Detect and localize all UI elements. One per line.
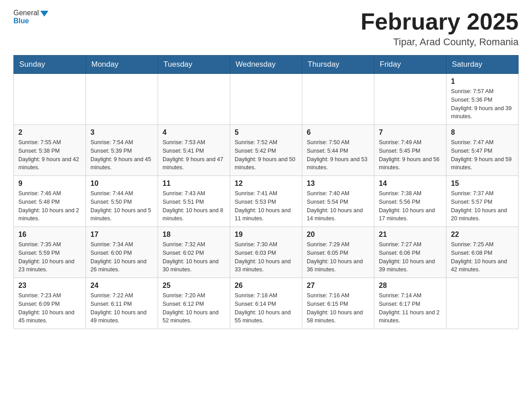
day-info: Sunrise: 7:35 AM Sunset: 5:59 PM Dayligh… (18, 240, 81, 274)
calendar-cell (302, 74, 374, 125)
calendar-cell: 25Sunrise: 7:20 AM Sunset: 6:12 PM Dayli… (158, 278, 230, 329)
calendar-cell: 24Sunrise: 7:22 AM Sunset: 6:11 PM Dayli… (86, 278, 158, 329)
day-info: Sunrise: 7:43 AM Sunset: 5:51 PM Dayligh… (163, 189, 225, 223)
day-number: 8 (451, 128, 514, 137)
calendar-week-row: 2Sunrise: 7:55 AM Sunset: 5:38 PM Daylig… (14, 125, 519, 176)
weekday-header-tuesday: Tuesday (158, 56, 230, 74)
day-number: 23 (18, 282, 81, 290)
calendar-cell: 21Sunrise: 7:27 AM Sunset: 6:06 PM Dayli… (374, 227, 446, 278)
calendar-cell: 18Sunrise: 7:32 AM Sunset: 6:02 PM Dayli… (158, 227, 230, 278)
calendar-cell (230, 74, 302, 125)
day-number: 21 (379, 231, 442, 239)
day-info: Sunrise: 7:20 AM Sunset: 6:12 PM Dayligh… (163, 291, 225, 325)
day-number: 15 (451, 180, 514, 188)
day-info: Sunrise: 7:53 AM Sunset: 5:41 PM Dayligh… (163, 138, 225, 172)
calendar-cell: 9Sunrise: 7:46 AM Sunset: 5:48 PM Daylig… (14, 176, 86, 227)
logo-general-text: General (13, 9, 39, 17)
calendar-cell (14, 74, 86, 125)
day-number: 28 (379, 282, 442, 290)
logo-blue-text: Blue (13, 17, 29, 25)
calendar-cell (86, 74, 158, 125)
calendar-cell: 28Sunrise: 7:14 AM Sunset: 6:17 PM Dayli… (374, 278, 446, 329)
calendar-cell (158, 74, 230, 125)
header-row: SundayMondayTuesdayWednesdayThursdayFrid… (14, 56, 519, 74)
calendar-cell: 14Sunrise: 7:38 AM Sunset: 5:56 PM Dayli… (374, 176, 446, 227)
calendar-cell: 2Sunrise: 7:55 AM Sunset: 5:38 PM Daylig… (14, 125, 86, 176)
calendar-cell: 13Sunrise: 7:40 AM Sunset: 5:54 PM Dayli… (302, 176, 374, 227)
day-info: Sunrise: 7:55 AM Sunset: 5:38 PM Dayligh… (18, 138, 81, 172)
calendar-cell: 17Sunrise: 7:34 AM Sunset: 6:00 PM Dayli… (86, 227, 158, 278)
weekday-header-friday: Friday (374, 56, 446, 74)
calendar-cell: 8Sunrise: 7:47 AM Sunset: 5:47 PM Daylig… (446, 125, 519, 176)
day-number: 24 (90, 282, 153, 290)
calendar-cell: 7Sunrise: 7:49 AM Sunset: 5:45 PM Daylig… (374, 125, 446, 176)
day-info: Sunrise: 7:38 AM Sunset: 5:56 PM Dayligh… (379, 189, 442, 223)
calendar-cell (374, 74, 446, 125)
calendar-cell: 1Sunrise: 7:57 AM Sunset: 5:36 PM Daylig… (446, 74, 519, 125)
calendar-cell: 10Sunrise: 7:44 AM Sunset: 5:50 PM Dayli… (86, 176, 158, 227)
day-info: Sunrise: 7:40 AM Sunset: 5:54 PM Dayligh… (307, 189, 369, 223)
day-info: Sunrise: 7:29 AM Sunset: 6:05 PM Dayligh… (307, 240, 369, 274)
day-number: 17 (90, 231, 153, 239)
day-number: 3 (90, 128, 153, 137)
weekday-header-monday: Monday (86, 56, 158, 74)
location-text: Tipar, Arad County, Romania (360, 36, 519, 48)
day-number: 19 (235, 231, 297, 239)
day-info: Sunrise: 7:14 AM Sunset: 6:17 PM Dayligh… (379, 291, 442, 325)
day-number: 1 (451, 77, 514, 86)
day-number: 7 (379, 128, 442, 137)
day-number: 26 (235, 282, 297, 290)
day-number: 10 (90, 180, 153, 188)
day-number: 18 (163, 231, 225, 239)
day-info: Sunrise: 7:37 AM Sunset: 5:57 PM Dayligh… (451, 189, 514, 223)
day-number: 14 (379, 180, 442, 188)
day-info: Sunrise: 7:23 AM Sunset: 6:09 PM Dayligh… (18, 291, 81, 325)
day-info: Sunrise: 7:18 AM Sunset: 6:14 PM Dayligh… (235, 291, 297, 325)
day-number: 13 (307, 180, 369, 188)
day-info: Sunrise: 7:34 AM Sunset: 6:00 PM Dayligh… (90, 240, 153, 274)
day-number: 9 (18, 180, 81, 188)
day-info: Sunrise: 7:50 AM Sunset: 5:44 PM Dayligh… (307, 138, 369, 172)
calendar-cell: 3Sunrise: 7:54 AM Sunset: 5:39 PM Daylig… (86, 125, 158, 176)
calendar-cell: 27Sunrise: 7:16 AM Sunset: 6:15 PM Dayli… (302, 278, 374, 329)
day-info: Sunrise: 7:44 AM Sunset: 5:50 PM Dayligh… (90, 189, 153, 223)
day-info: Sunrise: 7:22 AM Sunset: 6:11 PM Dayligh… (90, 291, 153, 325)
calendar-cell: 6Sunrise: 7:50 AM Sunset: 5:44 PM Daylig… (302, 125, 374, 176)
day-info: Sunrise: 7:49 AM Sunset: 5:45 PM Dayligh… (379, 138, 442, 172)
calendar-cell (446, 278, 519, 329)
calendar-cell: 16Sunrise: 7:35 AM Sunset: 5:59 PM Dayli… (14, 227, 86, 278)
logo-arrow-icon (40, 11, 48, 17)
calendar-week-row: 16Sunrise: 7:35 AM Sunset: 5:59 PM Dayli… (14, 227, 519, 278)
day-number: 22 (451, 231, 514, 239)
calendar-week-row: 9Sunrise: 7:46 AM Sunset: 5:48 PM Daylig… (14, 176, 519, 227)
calendar-body: 1Sunrise: 7:57 AM Sunset: 5:36 PM Daylig… (14, 74, 519, 329)
calendar-cell: 4Sunrise: 7:53 AM Sunset: 5:41 PM Daylig… (158, 125, 230, 176)
day-number: 25 (163, 282, 225, 290)
calendar-header: SundayMondayTuesdayWednesdayThursdayFrid… (14, 56, 519, 74)
calendar-cell: 12Sunrise: 7:41 AM Sunset: 5:53 PM Dayli… (230, 176, 302, 227)
calendar-cell: 22Sunrise: 7:25 AM Sunset: 6:08 PM Dayli… (446, 227, 519, 278)
day-info: Sunrise: 7:27 AM Sunset: 6:06 PM Dayligh… (379, 240, 442, 274)
calendar-cell: 23Sunrise: 7:23 AM Sunset: 6:09 PM Dayli… (14, 278, 86, 329)
calendar-week-row: 23Sunrise: 7:23 AM Sunset: 6:09 PM Dayli… (14, 278, 519, 329)
day-info: Sunrise: 7:46 AM Sunset: 5:48 PM Dayligh… (18, 189, 81, 223)
calendar-table: SundayMondayTuesdayWednesdayThursdayFrid… (13, 55, 519, 329)
day-info: Sunrise: 7:30 AM Sunset: 6:03 PM Dayligh… (235, 240, 297, 274)
calendar-cell: 5Sunrise: 7:52 AM Sunset: 5:42 PM Daylig… (230, 125, 302, 176)
day-info: Sunrise: 7:41 AM Sunset: 5:53 PM Dayligh… (235, 189, 297, 223)
day-info: Sunrise: 7:47 AM Sunset: 5:47 PM Dayligh… (451, 138, 514, 172)
day-number: 27 (307, 282, 369, 290)
day-info: Sunrise: 7:54 AM Sunset: 5:39 PM Dayligh… (90, 138, 153, 172)
calendar-cell: 26Sunrise: 7:18 AM Sunset: 6:14 PM Dayli… (230, 278, 302, 329)
calendar-cell: 20Sunrise: 7:29 AM Sunset: 6:05 PM Dayli… (302, 227, 374, 278)
day-number: 11 (163, 180, 225, 188)
calendar-cell: 15Sunrise: 7:37 AM Sunset: 5:57 PM Dayli… (446, 176, 519, 227)
day-info: Sunrise: 7:16 AM Sunset: 6:15 PM Dayligh… (307, 291, 369, 325)
month-title: February 2025 (360, 9, 519, 34)
day-number: 2 (18, 128, 81, 137)
page-header: General Blue February 2025 Tipar, Arad C… (13, 9, 519, 48)
calendar-week-row: 1Sunrise: 7:57 AM Sunset: 5:36 PM Daylig… (14, 74, 519, 125)
day-info: Sunrise: 7:25 AM Sunset: 6:08 PM Dayligh… (451, 240, 514, 274)
weekday-header-sunday: Sunday (14, 56, 86, 74)
weekday-header-wednesday: Wednesday (230, 56, 302, 74)
